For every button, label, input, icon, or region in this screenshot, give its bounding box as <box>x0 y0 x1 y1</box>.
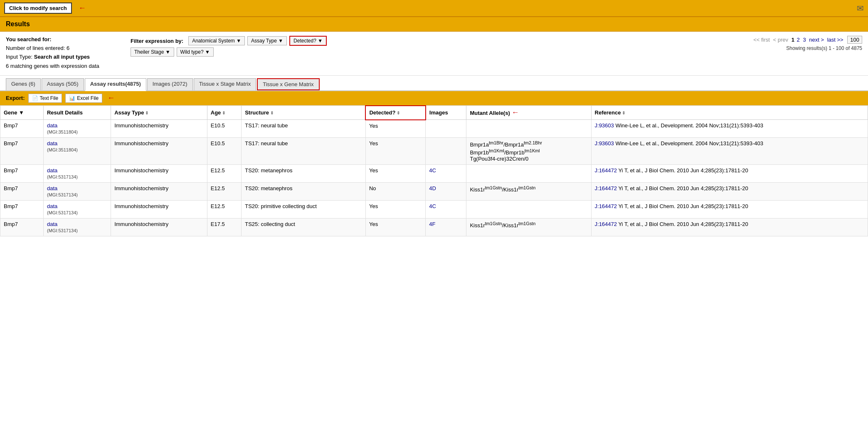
col-reference[interactable]: Reference <box>591 106 868 120</box>
age-cell: E12.5 <box>207 164 241 182</box>
structure-cell: TS20: metanephros <box>242 182 366 200</box>
result-details-cell: data (MGI:5317134) <box>43 218 111 236</box>
filter-label: Filter expression by: <box>131 38 183 44</box>
gene-cell: Bmp7 <box>0 164 44 182</box>
filter-wild-type[interactable]: Wild type? ▼ <box>177 47 214 57</box>
tab-images[interactable]: Images (2072) <box>147 78 193 90</box>
export-text-file-button[interactable]: 📄 Text File <box>28 94 62 103</box>
page-2-link[interactable]: 2 <box>797 37 800 43</box>
search-info-left: You searched for: Number of lines entere… <box>6 36 114 71</box>
reference-link[interactable]: J:164472 <box>595 185 617 191</box>
tab-genes[interactable]: Genes (6) <box>6 78 41 90</box>
age-cell: E12.5 <box>207 182 241 200</box>
searched-for-label: You searched for: <box>6 36 114 43</box>
excel-file-icon: 📊 <box>69 95 75 101</box>
mutant-alleles-cell: Bmpr1atm1Bhr/Bmpr1atm2.1Bhr Bmpr1btm1Kml… <box>466 138 591 165</box>
table-header-row: Gene ▼ Result Details Assay Type Age Str… <box>0 106 868 120</box>
mgi-id: (MGI:3511804) <box>47 129 78 134</box>
reference-link[interactable]: J:164472 <box>595 167 617 174</box>
age-cell: E17.5 <box>207 218 241 236</box>
envelope-icon[interactable]: ✉ <box>857 3 864 13</box>
reference-cell: J:164472 Yi T, et al., J Biol Chem. 2010… <box>591 182 868 200</box>
assay-type-cell: Immunohistochemistry <box>111 182 207 200</box>
detected-cell: Yes <box>365 200 425 218</box>
detected-cell: Yes <box>365 164 425 182</box>
tab-tissue-stage-matrix[interactable]: Tissue x Stage Matrix <box>194 78 256 90</box>
export-excel-file-button[interactable]: 📊 Excel File <box>65 94 102 103</box>
filter-anatomical-system[interactable]: Anatomical System ▼ <box>188 36 245 45</box>
images-cell: 4D <box>426 182 466 200</box>
mgi-id: (MGI:3511804) <box>47 147 78 152</box>
col-age[interactable]: Age <box>207 106 241 120</box>
table-row: Bmp7 data (MGI:5317134) Immunohistochemi… <box>0 200 868 218</box>
structure-cell: TS17: neural tube <box>242 138 366 165</box>
col-images: Images <box>426 106 466 120</box>
images-cell <box>426 138 466 165</box>
image-link-4f[interactable]: 4F <box>429 221 435 227</box>
export-arrow-icon: ← <box>107 94 115 102</box>
last-link[interactable]: last >> <box>827 37 843 43</box>
tab-assay-results[interactable]: Assay results(4875) <box>85 78 146 91</box>
filter-row-bottom: Theiler Stage ▼ Wild type? ▼ <box>131 47 721 57</box>
tab-assays[interactable]: Assays (505) <box>42 78 84 90</box>
mutant-alleles-cell: Kiss1rtm1Gstn/Kiss1rtm1Gstn <box>466 218 591 236</box>
data-link[interactable]: data <box>47 167 57 174</box>
mutant-alleles-cell <box>466 164 591 182</box>
reference-cell: J:164472 Yi T, et al., J Biol Chem. 2010… <box>591 200 868 218</box>
age-cell: E12.5 <box>207 200 241 218</box>
data-link[interactable]: data <box>47 140 57 146</box>
reference-link[interactable]: J:164472 <box>595 221 617 227</box>
structure-cell: TS20: metanephros <box>242 164 366 182</box>
detected-cell: No <box>365 182 425 200</box>
filter-detected[interactable]: Detected? ▼ <box>289 36 327 46</box>
mutant-alleles-arrow-icon: ← <box>511 108 519 117</box>
pagination-area: << first < prev 1 2 3 next > last >> 100… <box>737 36 862 51</box>
current-page: 1 <box>792 37 794 43</box>
mutant-alleles-cell <box>466 200 591 218</box>
images-cell <box>426 120 466 138</box>
data-link[interactable]: data <box>47 221 57 227</box>
result-details-cell: data (MGI:3511804) <box>43 138 111 165</box>
gene-cell: Bmp7 <box>0 182 44 200</box>
reference-link[interactable]: J:93603 <box>595 140 614 146</box>
mgi-id: (MGI:5317134) <box>47 192 78 197</box>
page-3-link[interactable]: 3 <box>803 37 806 43</box>
tab-tissue-gene-matrix[interactable]: Tissue x Gene Matrix <box>257 78 319 90</box>
filter-assay-type[interactable]: Assay Type ▼ <box>247 36 287 45</box>
reference-cell: J:93603 Wine-Lee L, et al., Development.… <box>591 138 868 165</box>
next-link[interactable]: next > <box>809 37 824 43</box>
col-structure[interactable]: Structure <box>242 106 366 120</box>
data-link[interactable]: data <box>47 203 57 209</box>
images-cell: 4C <box>426 200 466 218</box>
data-link[interactable]: data <box>47 185 57 191</box>
age-cell: E10.5 <box>207 120 241 138</box>
reference-cell: J:164472 Yi T, et al., J Biol Chem. 2010… <box>591 164 868 182</box>
image-link-4c-2[interactable]: 4C <box>429 203 436 209</box>
col-detected[interactable]: Detected? <box>365 106 425 120</box>
showing-text: Showing results(s) 1 - 100 of 4875 <box>737 45 862 51</box>
results-header: Results <box>0 17 868 32</box>
gene-cell: Bmp7 <box>0 218 44 236</box>
col-assay-type[interactable]: Assay Type <box>111 106 207 120</box>
assay-type-cell: Immunohistochemistry <box>111 120 207 138</box>
results-table: Gene ▼ Result Details Assay Type Age Str… <box>0 105 868 236</box>
image-link-4c[interactable]: 4C <box>429 167 436 174</box>
mgi-id: (MGI:5317134) <box>47 174 78 179</box>
reference-link[interactable]: J:164472 <box>595 203 617 209</box>
reference-cell: J:164472 Yi T, et al., J Biol Chem. 2010… <box>591 218 868 236</box>
col-gene[interactable]: Gene ▼ <box>0 106 44 120</box>
filter-theiler-stage[interactable]: Theiler Stage ▼ <box>131 47 174 57</box>
modify-search-button[interactable]: Click to modify search <box>4 2 72 14</box>
assay-type-cell: Immunohistochemistry <box>111 138 207 165</box>
age-cell: E10.5 <box>207 138 241 165</box>
images-cell: 4F <box>426 218 466 236</box>
gene-cell: Bmp7 <box>0 120 44 138</box>
image-link-4d[interactable]: 4D <box>429 185 436 191</box>
detected-cell: Yes <box>365 138 425 165</box>
data-link[interactable]: data <box>47 122 57 129</box>
matching-genes-info: 6 matching genes with expression data <box>6 62 114 70</box>
table-row: Bmp7 data (MGI:5317134) Immunohistochemi… <box>0 164 868 182</box>
reference-link[interactable]: J:93603 <box>595 122 614 129</box>
page-count[interactable]: 100 <box>847 36 862 44</box>
col-result-details: Result Details <box>43 106 111 120</box>
